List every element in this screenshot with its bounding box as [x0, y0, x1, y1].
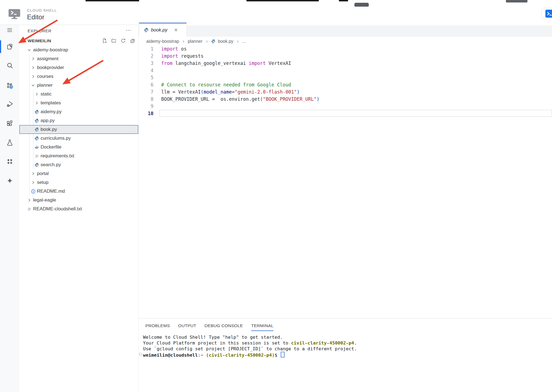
code-editor[interactable]: 1import os2import requests3from langchai… [139, 45, 552, 117]
python-icon [34, 118, 39, 123]
code-text: # Connect to resourse needed from Google… [161, 81, 291, 88]
new-folder-icon[interactable] [111, 38, 117, 44]
python-icon [34, 163, 39, 167]
activity-item-run-debug[interactable] [0, 100, 19, 108]
collapse-all-icon[interactable] [130, 38, 136, 44]
line-number: 4 [139, 67, 153, 74]
code-line-5[interactable]: 5 [139, 74, 552, 81]
refresh-icon[interactable] [120, 38, 126, 44]
bottom-panel: PROBLEMSOUTPUTDEBUG CONSOLETERMINAL Welc… [139, 318, 552, 392]
chevron-down-icon [22, 39, 26, 43]
tree-item-label: aidemy.py [41, 109, 62, 115]
code-line-2[interactable]: 2import requests [139, 52, 552, 60]
text-icon [34, 154, 39, 158]
panel-tab-terminal[interactable]: TERMINAL [251, 323, 274, 331]
activity-item-menu[interactable] [0, 26, 19, 34]
terminal-blue-icon [545, 10, 552, 18]
more-actions-icon[interactable] [125, 27, 132, 34]
code-line-3[interactable]: 3from langchain_google_vertexai import V… [139, 60, 552, 67]
chevron-down-icon [26, 48, 32, 52]
tab-book-py[interactable]: book.py [139, 23, 187, 36]
tree-item-templates[interactable]: templates [19, 99, 138, 107]
explorer-title: EXPLORER [28, 28, 52, 33]
activity-item-explorer[interactable] [0, 43, 19, 50]
activity-item-gemini[interactable] [0, 177, 19, 185]
tree-item-readme-cloudshell-txt[interactable]: README-cloudshell.txt [19, 205, 138, 213]
tree-item-aidemy-boostrap[interactable]: aidemy-boostrap [19, 46, 138, 54]
activity-item-testing[interactable] [0, 139, 19, 146]
breadcrumb-item[interactable]: aidemy-boostrap [146, 39, 179, 44]
tree-item-courses[interactable]: courses [19, 72, 138, 81]
tree-item-legal-eagle[interactable]: legal-eagle [19, 196, 138, 205]
extensions-icon [6, 120, 14, 127]
code-line-7[interactable]: 7llm = VertexAI(model_name="gemini-2.0-f… [139, 88, 552, 96]
code-line-1[interactable]: 1import os [139, 45, 552, 52]
chevron-right-icon [30, 65, 36, 70]
breadcrumb-item[interactable]: book.py [218, 39, 233, 44]
tree-item-bookprovider[interactable]: bookprovider [19, 63, 138, 72]
line-number: 1 [139, 45, 153, 52]
breadcrumb-item[interactable]: planner [188, 39, 202, 44]
code-line-10[interactable]: 10 [139, 110, 552, 117]
cloud-shell-logo-icon [8, 8, 21, 21]
line-number: 3 [139, 60, 153, 67]
tree-item-app-py[interactable]: app.py [19, 116, 138, 125]
explorer-toolbar [102, 38, 136, 44]
tree-item-search-py[interactable]: search.py [19, 160, 138, 169]
debug-icon [6, 100, 14, 108]
breadcrumb-item[interactable]: ... [242, 39, 246, 44]
code-line-4[interactable]: 4 [139, 67, 552, 74]
code-text: from langchain_google_vertexai import Ve… [161, 60, 291, 67]
tree-item-readme-md[interactable]: README.md [19, 187, 138, 196]
tree-item-label: Dockerfile [41, 144, 62, 150]
tree-item-book-py[interactable]: book.py [19, 125, 138, 134]
chevron-right-icon [236, 40, 240, 43]
python-icon [34, 136, 39, 141]
tree-item-requirements-txt[interactable]: requirements.txt [19, 152, 138, 160]
tree-item-dockerfile[interactable]: Dockerfile [19, 143, 138, 152]
tree-item-label: planner [37, 83, 53, 88]
python-icon [144, 28, 149, 33]
product-label: CLOUD SHELL [27, 8, 57, 12]
code-text: import os [161, 45, 187, 52]
panel-tab-debug-console[interactable]: DEBUG CONSOLE [205, 323, 243, 331]
activity-item-search[interactable] [0, 62, 19, 69]
terminal-line-3: Use `gcloud config set project [PROJECT_… [143, 346, 552, 352]
activity-item-extensions[interactable] [0, 120, 19, 127]
workspace-root-weimeilin[interactable]: WEIMEILIN [19, 36, 138, 45]
close-icon[interactable] [174, 28, 178, 32]
tree-item-label: assigment [37, 56, 58, 62]
tab-label: book.py [151, 27, 168, 33]
panel-tab-problems[interactable]: PROBLEMS [145, 323, 170, 331]
tree-item-label: setup [37, 180, 49, 185]
tree-item-static[interactable]: static [19, 90, 138, 99]
tree-item-portal[interactable]: portal [19, 169, 138, 178]
code-line-6[interactable]: 6# Connect to resourse needed from Googl… [139, 81, 552, 88]
code-line-8[interactable]: 8BOOK_PROVIDER_URL = os.environ.get("BOO… [139, 96, 552, 103]
browser-artifact [506, 0, 527, 2]
tree-item-curriculums-py[interactable]: curriculums.py [19, 134, 138, 143]
activity-item-cloud-code[interactable] [0, 158, 19, 165]
tree-item-label: templates [41, 100, 61, 106]
editor-area: book.py aidemy-boostrapplannerbook.py...… [139, 23, 552, 318]
docker-icon [34, 145, 39, 150]
terminal-line-2: Your Cloud Platform project in this sess… [143, 340, 552, 346]
panel-tab-output[interactable]: OUTPUT [178, 323, 197, 331]
tree-item-aidemy-py[interactable]: aidemy.py [19, 107, 138, 116]
tab-strip-background [139, 25, 552, 36]
tree-item-label: README.md [37, 189, 65, 194]
hamburger-menu-icon [6, 27, 13, 33]
new-file-icon[interactable] [102, 38, 107, 44]
tree-item-planner[interactable]: planner [19, 81, 138, 90]
open-terminal-button[interactable] [542, 8, 552, 19]
tree-item-assigment[interactable]: assigment [19, 54, 138, 63]
terminal-output[interactable]: Welcome to Cloud Shell! Type "help" to g… [143, 334, 552, 357]
terminal-cursor [281, 352, 285, 357]
cloud-shell-editor-window: CLOUD SHELL Editor EXPLORER WEIMEILIN ai… [0, 0, 552, 392]
code-line-9[interactable]: 9 [139, 103, 552, 110]
line-number: 7 [139, 88, 153, 96]
python-icon [34, 110, 39, 114]
tree-item-setup[interactable]: setup [19, 178, 138, 187]
tree-item-label: app.py [41, 118, 55, 123]
activity-item-source-control[interactable] [0, 82, 19, 89]
